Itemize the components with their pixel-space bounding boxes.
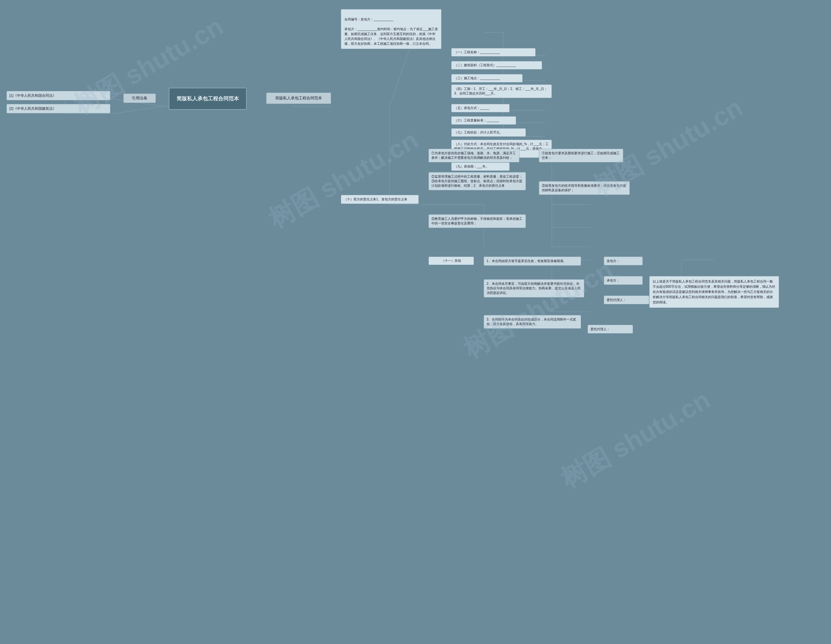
law-item-1: [1]《中华人民共和国合同法》: [6, 91, 110, 100]
main-title-box: 简版私人承包工程合同范本: [169, 88, 247, 110]
section-6: （六）工程质量标准：_______: [451, 116, 516, 125]
obligation-1: ①为承包方提供良好施工场地、道路、水、电源，满足开工条件；解决施工中需要发包方协…: [428, 149, 519, 163]
other-item-3: 3、合同附件为本合同条款的组成部分，本合同适用附件一式贰份，双方各执壹份，具有同…: [484, 315, 581, 328]
law-item-2: [2]《中华人民共和国建筑法》: [6, 104, 110, 113]
other-item-2: 2、本合同未尽事宜，可由双方协商解决并签署书面补充协议，补充协议与本合同具有同等…: [484, 279, 584, 298]
intro-box: 合同编号：发包方：___________ 承包方：___________签约时间…: [341, 9, 441, 49]
obligations-title: （十）双方的责任义务1、发包方的责任义务: [341, 195, 419, 204]
other-title: （十一）其他: [428, 257, 474, 265]
svg-line-4: [114, 106, 162, 114]
law-group-label: 引用法条: [123, 94, 156, 103]
section-1: （一）工程名称：___________: [451, 48, 536, 56]
section-9: （九）质保期：___年。: [451, 163, 509, 171]
sign-item-2: 承包方：: [604, 276, 643, 285]
final-note: 以上就是关于简版私人承包工程合同范本及其相关问题，简版私人承包工程合同一般不会超…: [649, 276, 779, 308]
watermark-2: 树图 shutu.cn: [262, 123, 425, 237]
other-item-1: 1、本合同由双方签字盖章后生效，有效期至保修期满。: [484, 257, 581, 266]
section-2: （二）建筑面积（工程形式）___________: [451, 61, 542, 70]
sign-item-1: 发包方：: [604, 257, 643, 265]
obligation-4: ③按受发包方的技术指导和质量标准要求；④负责发包方提供材料及设备的保护；: [539, 181, 630, 195]
subtitle-box: 简版私人承包工程合同范本: [266, 92, 331, 104]
section-4: （四）工期：1、开工：___年_月_日；2、竣工：___年_月_日；3、合同工期…: [451, 84, 552, 98]
obligation-3: ①按发包方要求及图纸要求进行施工；②如期完成施工任务；: [539, 149, 623, 163]
section-3: （三）施工地点：___________: [451, 74, 523, 83]
obligation-5: ⑤教育施工人员爱护甲方的材物，不得偷窃和损坏；⑥承担施工中的一切安全事故责任及费…: [428, 214, 526, 228]
delegate-label: 委托代理人：: [587, 325, 633, 333]
watermark-4: 树图 shutu.cn: [554, 383, 717, 497]
section-5: （五）承包方式：_____: [451, 104, 509, 112]
sign-item-3: 委托代理人：: [604, 295, 649, 304]
section-7: （七）工程价款：共计人民币元。: [451, 128, 526, 137]
watermark-3: 树图 shutu.cn: [457, 253, 619, 367]
obligation-2: ②监督管理施工过程中的工程质量、材料质量，督促工程进度；③给承包方提供施工图纸、…: [428, 172, 526, 190]
